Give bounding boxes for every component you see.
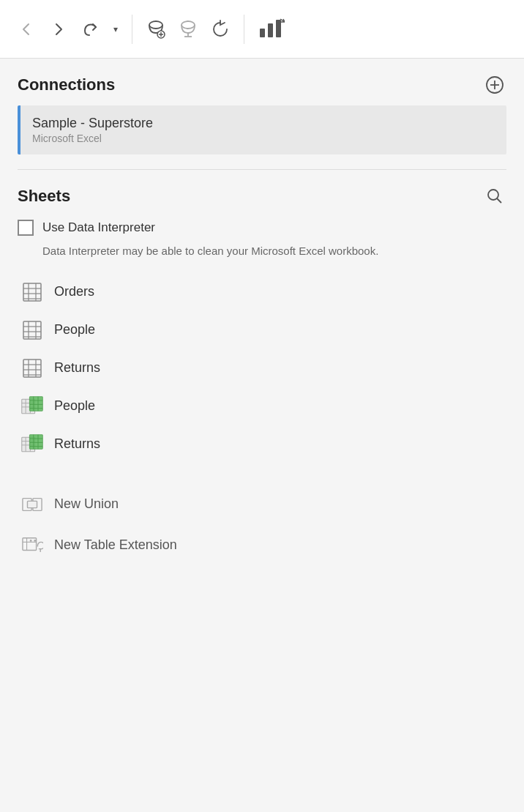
forward-button[interactable] bbox=[44, 15, 73, 44]
sheets-title: Sheets bbox=[18, 187, 70, 206]
use-data-interpreter-checkbox[interactable] bbox=[18, 220, 34, 236]
new-table-extension-item[interactable]: New Table Extension bbox=[18, 526, 506, 565]
main-content: Connections Sample - Superstore Microsof… bbox=[0, 59, 524, 579]
visualize-button[interactable] bbox=[253, 15, 290, 44]
add-datasource-button[interactable] bbox=[141, 15, 171, 44]
new-table-extension-name: New Table Extension bbox=[54, 537, 177, 553]
svg-point-13 bbox=[488, 190, 498, 200]
sheet-item-orders[interactable]: Orders bbox=[18, 275, 506, 310]
svg-rect-38 bbox=[29, 396, 42, 411]
section-divider bbox=[18, 169, 506, 170]
add-connection-button[interactable] bbox=[483, 73, 506, 97]
connections-title: Connections bbox=[18, 75, 115, 94]
sheet-group-gap bbox=[18, 465, 506, 472]
svg-rect-49 bbox=[29, 434, 42, 449]
svg-line-14 bbox=[497, 198, 501, 203]
interpreter-description: Data Interpreter may be able to clean yo… bbox=[42, 243, 506, 260]
sheets-header: Sheets bbox=[18, 185, 506, 208]
sheet-item-returns-table[interactable]: Returns bbox=[18, 351, 506, 386]
sheet-item-people-named-range[interactable]: People bbox=[18, 389, 506, 424]
connection-item[interactable]: Sample - Superstore Microsoft Excel bbox=[18, 105, 506, 154]
sheet-name-returns-table: Returns bbox=[54, 360, 100, 376]
table-icon-returns bbox=[20, 357, 44, 380]
named-range-icon-people bbox=[20, 395, 44, 418]
new-union-name: New Union bbox=[54, 496, 119, 512]
svg-rect-15 bbox=[23, 283, 41, 301]
sheet-name-orders: Orders bbox=[54, 284, 94, 299]
sheet-item-people-table[interactable]: People bbox=[18, 313, 506, 348]
svg-rect-27 bbox=[23, 360, 41, 377]
union-icon bbox=[20, 493, 44, 516]
connection-info: Sample - Superstore Microsoft Excel bbox=[32, 116, 153, 144]
redo-dropdown-button[interactable]: ▾ bbox=[108, 15, 123, 44]
new-union-item[interactable]: New Union bbox=[18, 485, 506, 524]
svg-rect-21 bbox=[23, 321, 41, 339]
refresh-button[interactable] bbox=[206, 15, 235, 44]
svg-point-0 bbox=[149, 21, 162, 29]
named-range-icon-returns bbox=[20, 433, 44, 456]
toolbar-divider-2 bbox=[244, 15, 244, 44]
connection-type: Microsoft Excel bbox=[32, 133, 153, 144]
toolbar: ▾ bbox=[0, 0, 524, 59]
sheet-name-people-table: People bbox=[54, 322, 95, 338]
table-icon-people bbox=[20, 319, 44, 342]
toolbar-divider-1 bbox=[132, 15, 132, 44]
sheet-list: Orders People bbox=[18, 275, 506, 565]
svg-rect-8 bbox=[268, 23, 273, 37]
interpreter-row: Use Data Interpreter bbox=[18, 220, 506, 236]
table-extension-icon bbox=[20, 534, 44, 557]
connections-header: Connections bbox=[18, 73, 506, 97]
sheet-group-gap-2 bbox=[18, 475, 506, 483]
sheet-name-returns-named-range: Returns bbox=[54, 436, 100, 452]
svg-rect-9 bbox=[276, 20, 281, 37]
svg-point-62 bbox=[34, 540, 36, 542]
search-sheets-button[interactable] bbox=[483, 185, 506, 208]
svg-rect-58 bbox=[23, 537, 37, 550]
sheet-item-returns-named-range[interactable]: Returns bbox=[18, 427, 506, 462]
svg-point-4 bbox=[181, 21, 195, 29]
svg-rect-7 bbox=[260, 29, 265, 37]
interpreter-label[interactable]: Use Data Interpreter bbox=[42, 220, 155, 235]
connection-name: Sample - Superstore bbox=[32, 116, 153, 131]
redo-button[interactable] bbox=[76, 15, 105, 44]
svg-rect-57 bbox=[27, 501, 37, 507]
table-icon-orders bbox=[20, 280, 44, 304]
datasource-options-button[interactable] bbox=[173, 15, 203, 44]
back-button[interactable] bbox=[12, 15, 41, 44]
svg-point-61 bbox=[30, 540, 32, 542]
sheet-name-people-named-range: People bbox=[54, 398, 95, 414]
